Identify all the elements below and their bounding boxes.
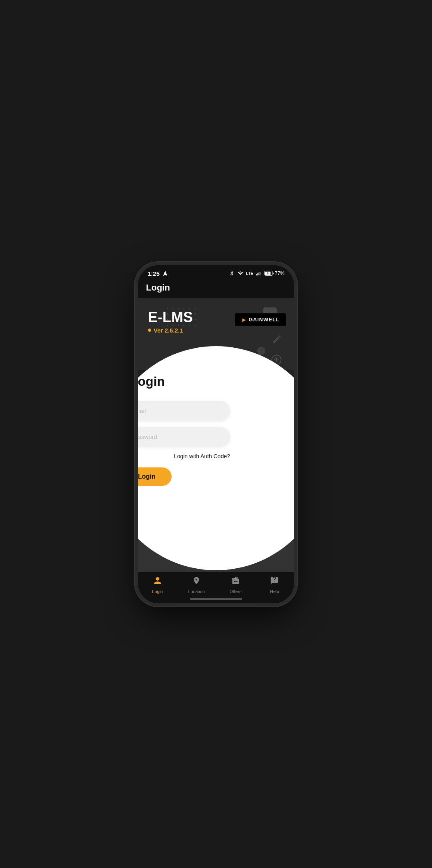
help-nav-label: Help: [270, 589, 279, 594]
dot-grid-decoration: [167, 308, 199, 340]
navigate-icon: [162, 270, 168, 277]
login-nav-icon: [153, 576, 162, 587]
nav-item-offers[interactable]: Offers: [216, 576, 255, 594]
status-time: 1:25: [148, 270, 168, 277]
battery-icon: 77%: [264, 271, 284, 276]
gainwell-logo: ► GAINWELL: [235, 313, 286, 326]
battery-percent: 77%: [275, 271, 284, 276]
login-heading-text: Login: [138, 374, 165, 389]
offers-nav-icon: [231, 576, 240, 587]
status-icons: LTE 77%: [229, 271, 284, 276]
email-input[interactable]: [138, 401, 230, 421]
bluetooth-icon: [229, 271, 235, 276]
location-nav-icon: [192, 576, 201, 587]
page-title: Login: [146, 283, 286, 293]
location-nav-label: Location: [188, 589, 205, 594]
login-nav-label: Login: [152, 589, 163, 594]
svg-rect-1: [257, 273, 258, 275]
svg-rect-0: [256, 274, 257, 275]
lte-indicator: LTE: [246, 271, 253, 276]
nav-item-location[interactable]: Location: [177, 576, 216, 594]
login-card: Login Login with Auth Code? Login: [138, 346, 294, 570]
time-display: 1:25: [148, 270, 160, 277]
brand-area: E-LMS: [148, 310, 286, 334]
wifi-icon: [237, 271, 244, 276]
auth-code-link[interactable]: Login with Auth Code?: [138, 453, 230, 459]
app-header: Login: [138, 279, 294, 298]
nav-item-help[interactable]: Help: [255, 576, 294, 594]
password-input[interactable]: [138, 427, 230, 447]
login-card-container: Login Login with Auth Code? Login: [138, 370, 294, 572]
home-indicator: [138, 596, 294, 603]
bottom-nav: Login Location Offers: [138, 572, 294, 596]
status-bar: 1:25 LTE: [138, 265, 294, 279]
svg-rect-3: [260, 272, 260, 275]
svg-rect-2: [258, 273, 259, 276]
home-indicator-bar: [190, 598, 242, 600]
deco-edit-icon: [272, 334, 282, 347]
nav-item-login[interactable]: Login: [138, 576, 177, 594]
login-button[interactable]: Login: [138, 467, 172, 486]
version-dot: [148, 329, 151, 332]
elms-brand: E-LMS: [148, 310, 193, 334]
phone-frame: 1:25 LTE: [138, 265, 294, 603]
signal-icon: [256, 271, 262, 276]
login-heading: Login: [138, 374, 165, 389]
main-content: E-LMS: [138, 298, 294, 572]
help-nav-icon: [270, 576, 279, 587]
gainwell-arrow-icon: ►: [241, 317, 247, 323]
offers-nav-label: Offers: [230, 589, 242, 594]
battery-shape: [264, 271, 274, 276]
